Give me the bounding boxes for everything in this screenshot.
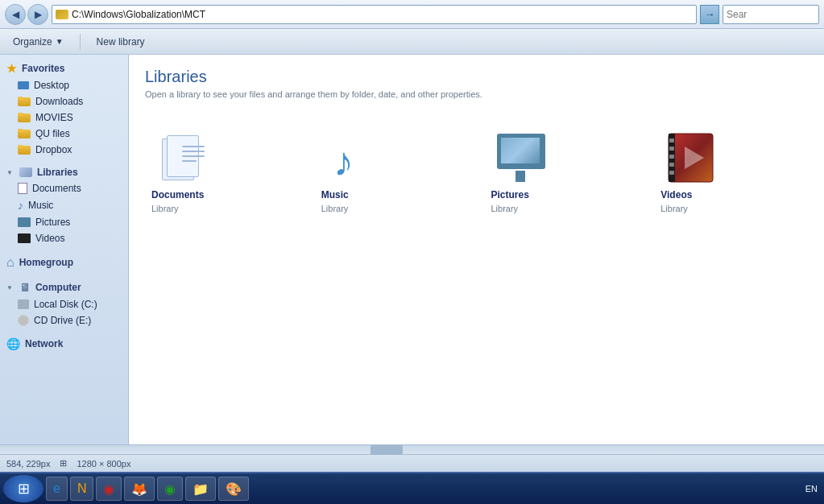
sidebar-item-cd-drive[interactable]: CD Drive (E:)	[0, 312, 128, 328]
svg-rect-5	[669, 155, 674, 159]
network-header[interactable]: 🌐 Network	[0, 333, 128, 353]
library-item-pictures[interactable]: Pictures Library	[485, 123, 639, 220]
horizontal-scrollbar[interactable]	[0, 444, 824, 454]
favorites-header[interactable]: ★ Favorites	[0, 58, 128, 77]
libraries-header[interactable]: Libraries	[0, 163, 128, 180]
organize-button[interactable]: Organize ▼	[6, 35, 70, 49]
taskbar-ie[interactable]: e	[46, 477, 68, 501]
green-app-icon: ◉	[164, 481, 176, 497]
page-title: Libraries	[145, 68, 808, 86]
taskbar-files[interactable]: 📁	[185, 477, 216, 501]
computer-header[interactable]: 🖥 Computer	[0, 277, 128, 296]
status-view-icon: ⊞	[60, 458, 67, 469]
taskbar-nero[interactable]: N	[70, 477, 94, 501]
sidebar-movies-label: MOVIES	[35, 112, 73, 123]
sidebar-item-qufiles[interactable]: QU files	[0, 126, 128, 142]
main-container: ★ Favorites Desktop Downloads	[0, 55, 824, 444]
sidebar-dropbox-label: Dropbox	[35, 144, 72, 155]
content-subtitle: Open a library to see your files and arr…	[145, 89, 808, 99]
homegroup-label: Homegroup	[19, 257, 73, 268]
taskbar-paint[interactable]: 🎨	[218, 477, 249, 501]
search-input[interactable]	[723, 5, 819, 24]
documents-icon-wrap	[151, 130, 216, 186]
documents-library-type: Library	[151, 204, 179, 213]
network-icon: 🌐	[6, 337, 20, 350]
documents-library-name: Documents	[151, 189, 204, 200]
taskbar-red-app[interactable]: ◉	[96, 477, 122, 501]
address-input[interactable]	[72, 9, 693, 20]
nav-buttons: ◀ ▶	[5, 4, 48, 25]
libraries-icon	[19, 167, 32, 177]
ie-icon: e	[53, 481, 60, 496]
pictures-library-type: Library	[491, 204, 519, 213]
computer-section: 🖥 Computer Local Disk (C:) CD Drive (E:)	[0, 277, 128, 328]
videos-library-type: Library	[660, 204, 688, 213]
new-library-label: New library	[97, 36, 145, 48]
sidebar-item-desktop[interactable]: Desktop	[0, 77, 128, 93]
sidebar-local-disk-label: Local Disk (C:)	[34, 299, 97, 310]
status-left: 584, 229px ⊞ 1280 × 800px	[6, 458, 130, 469]
sidebar-music-label: Music	[28, 200, 53, 211]
sidebar-desktop-label: Desktop	[34, 80, 69, 91]
sidebar-item-music[interactable]: ♪ Music	[0, 196, 128, 214]
libraries-section: Libraries Documents ♪ Music Pictures Vid…	[0, 163, 128, 246]
sidebar-item-dropbox[interactable]: Dropbox	[0, 142, 128, 158]
desktop-icon	[18, 81, 29, 89]
computer-icon: 🖥	[19, 281, 31, 294]
status-position: 584, 229px	[6, 459, 50, 469]
library-item-documents[interactable]: Documents Library	[145, 123, 299, 220]
sidebar-qufiles-label: QU files	[35, 128, 70, 139]
doc-icon	[18, 183, 27, 194]
taskbar: ⊞ e N ◉ 🦊 ◉ 📁 🎨 EN	[0, 472, 824, 504]
content-area: Libraries Open a library to see your fil…	[129, 55, 824, 444]
organize-dropdown-icon: ▼	[56, 37, 64, 46]
go-button[interactable]: →	[700, 5, 719, 24]
new-library-button[interactable]: New library	[90, 35, 151, 49]
pictures-icon	[18, 217, 31, 227]
dropbox-folder-icon	[18, 145, 31, 155]
downloads-folder-icon	[18, 97, 31, 106]
svg-rect-6	[669, 163, 674, 167]
firefox-icon: 🦊	[131, 481, 147, 497]
videos-icon	[18, 233, 31, 243]
sidebar-item-movies[interactable]: MOVIES	[0, 109, 128, 126]
network-label: Network	[25, 338, 63, 349]
back-button[interactable]: ◀	[5, 4, 26, 25]
sidebar-item-downloads[interactable]: Downloads	[0, 93, 128, 109]
disk-c-icon	[18, 300, 29, 309]
sidebar-item-pictures[interactable]: Pictures	[0, 214, 128, 230]
cd-drive-icon	[18, 315, 29, 326]
sidebar-videos-label: Videos	[35, 233, 64, 244]
pictures-icon-wrap	[491, 130, 556, 186]
scroll-thumb[interactable]	[371, 445, 403, 455]
start-button[interactable]: ⊞	[3, 475, 43, 502]
music-icon: ♪	[18, 199, 23, 212]
music-library-name: Music	[321, 189, 349, 200]
pictures-library-icon	[495, 134, 552, 182]
red-app-icon: ◉	[103, 481, 114, 497]
pictures-library-name: Pictures	[491, 189, 529, 200]
forward-button[interactable]: ▶	[27, 4, 48, 25]
sidebar-cd-drive-label: CD Drive (E:)	[34, 315, 91, 326]
music-icon-wrap: ♪	[321, 130, 386, 186]
explorer-window: ◀ ▶ → Organize ▼ New library ★ Favorit	[0, 0, 824, 504]
homegroup-header[interactable]: ⌂ Homegroup	[0, 251, 128, 272]
taskbar-green-app[interactable]: ◉	[157, 477, 183, 501]
qufiles-folder-icon	[18, 129, 31, 138]
library-item-music[interactable]: ♪ Music Library	[315, 123, 469, 220]
libraries-grid: Documents Library ♪ Music Library	[145, 115, 808, 228]
movies-folder-icon	[18, 113, 31, 122]
network-section: 🌐 Network	[0, 333, 128, 353]
toolbar-divider	[80, 34, 81, 50]
libraries-label: Libraries	[37, 167, 78, 178]
status-bar: 584, 229px ⊞ 1280 × 800px	[0, 454, 824, 472]
sidebar-item-videos[interactable]: Videos	[0, 230, 128, 246]
computer-label: Computer	[35, 282, 81, 293]
organize-label: Organize	[13, 36, 52, 48]
library-item-videos[interactable]: Videos Library	[654, 123, 808, 220]
sidebar-item-documents[interactable]: Documents	[0, 180, 128, 196]
music-library-type: Library	[321, 204, 349, 213]
music-library-icon: ♪	[329, 134, 378, 182]
taskbar-firefox[interactable]: 🦊	[124, 477, 155, 501]
sidebar-item-local-disk[interactable]: Local Disk (C:)	[0, 296, 128, 312]
